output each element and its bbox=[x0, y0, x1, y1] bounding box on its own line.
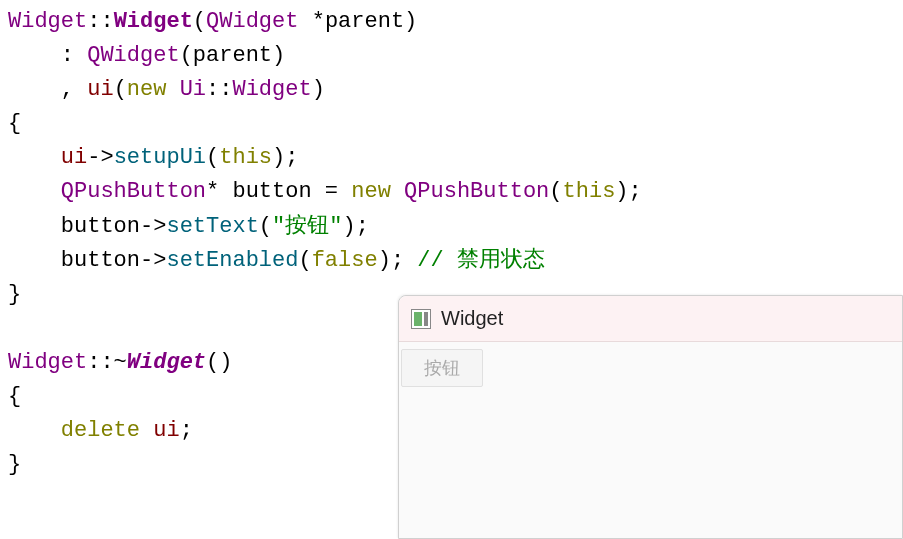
code-line: Widget::Widget(QWidget *parent) bbox=[8, 9, 417, 34]
code-line: ui->setupUi(this); bbox=[8, 145, 298, 170]
code-line: button->setEnabled(false); // 禁用状态 bbox=[8, 248, 545, 273]
code-line: button->setText("按钮"); bbox=[8, 214, 369, 239]
window-title: Widget bbox=[441, 307, 503, 330]
code-line: delete ui; bbox=[8, 418, 193, 443]
code-line: } bbox=[8, 282, 21, 307]
window-client-area: 按钮 bbox=[399, 342, 902, 392]
window-titlebar[interactable]: Widget bbox=[399, 296, 902, 342]
code-line: { bbox=[8, 384, 21, 409]
code-line: Widget::~Widget() bbox=[8, 350, 232, 375]
app-icon bbox=[411, 309, 431, 329]
disabled-button: 按钮 bbox=[401, 349, 483, 387]
code-line: } bbox=[8, 452, 21, 477]
code-line: , ui(new Ui::Widget) bbox=[8, 77, 325, 102]
code-line: { bbox=[8, 111, 21, 136]
code-line: : QWidget(parent) bbox=[8, 43, 285, 68]
code-line: QPushButton* button = new QPushButton(th… bbox=[8, 179, 642, 204]
widget-window[interactable]: Widget 按钮 bbox=[398, 295, 903, 539]
